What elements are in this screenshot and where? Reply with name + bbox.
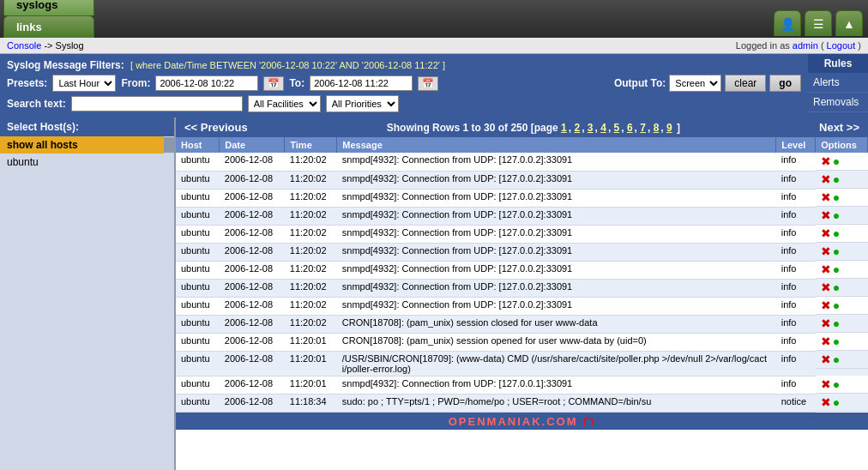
rules-item-removals[interactable]: Removals bbox=[808, 93, 868, 112]
delete-icon[interactable]: ✖ bbox=[821, 244, 831, 258]
page-link-1[interactable]: 1 bbox=[561, 122, 567, 134]
add-icon[interactable]: ● bbox=[833, 190, 840, 204]
admin-link[interactable]: admin bbox=[793, 40, 818, 51]
add-icon[interactable]: ● bbox=[833, 316, 840, 330]
presets-label: Presets: bbox=[7, 77, 47, 89]
breadcrumb-current: Syslog bbox=[56, 40, 84, 51]
cell-level: info bbox=[776, 297, 816, 315]
menu-icon[interactable]: ☰ bbox=[805, 10, 832, 36]
cell-message: snmpd[4932]: Connection from UDP: [127.0… bbox=[337, 189, 776, 207]
table-row: ubuntu2006-12-0811:20:02snmpd[4932]: Con… bbox=[176, 297, 868, 315]
cell-options: ✖● bbox=[816, 207, 868, 225]
add-icon[interactable]: ● bbox=[833, 280, 840, 294]
syslog-table: HostDateTimeMessageLevelOptions ubuntu20… bbox=[176, 137, 868, 413]
cell-time: 11:20:02 bbox=[285, 153, 337, 171]
page-link-4[interactable]: 4 bbox=[600, 122, 606, 134]
cell-host: ubuntu bbox=[176, 261, 220, 279]
delete-icon[interactable]: ✖ bbox=[821, 395, 831, 409]
page-link-5[interactable]: 5 bbox=[614, 122, 620, 134]
add-icon[interactable]: ● bbox=[833, 172, 840, 186]
table-row: ubuntu2006-12-0811:20:02snmpd[4932]: Con… bbox=[176, 153, 868, 171]
to-input[interactable] bbox=[310, 75, 413, 91]
add-icon[interactable]: ● bbox=[833, 154, 840, 168]
cell-host: ubuntu bbox=[176, 243, 220, 261]
delete-icon[interactable]: ✖ bbox=[821, 334, 831, 348]
go-button[interactable]: go bbox=[769, 75, 801, 92]
next-link[interactable]: Next >> bbox=[819, 121, 859, 134]
add-icon[interactable]: ● bbox=[833, 208, 840, 222]
cell-time: 11:20:02 bbox=[285, 171, 337, 189]
cell-message: snmpd[4932]: Connection from UDP: [127.0… bbox=[337, 207, 776, 225]
to-calendar-button[interactable]: 📅 bbox=[418, 76, 438, 91]
cell-level: info bbox=[776, 243, 816, 261]
filter-title: Syslog Message Filters: bbox=[7, 59, 124, 71]
delete-icon[interactable]: ✖ bbox=[821, 298, 831, 312]
cell-host: ubuntu bbox=[176, 297, 220, 315]
cell-message: snmpd[4932]: Connection from UDP: [127.0… bbox=[337, 376, 776, 394]
rules-item-alerts[interactable]: Alerts bbox=[808, 73, 868, 93]
col-header-message: Message bbox=[337, 137, 776, 153]
delete-icon[interactable]: ✖ bbox=[821, 208, 831, 222]
rules-panel: Rules AlertsRemovals bbox=[808, 54, 868, 118]
add-icon[interactable]: ● bbox=[833, 352, 840, 366]
col-header-level: Level bbox=[776, 137, 816, 153]
table-row: ubuntu2006-12-0811:20:02snmpd[4932]: Con… bbox=[176, 225, 868, 243]
page-link-6[interactable]: 6 bbox=[627, 122, 633, 134]
cell-level: notice bbox=[776, 394, 816, 412]
delete-icon[interactable]: ✖ bbox=[821, 377, 831, 391]
person-icon[interactable]: 👤 bbox=[774, 10, 801, 36]
host-item-show-all-hosts[interactable]: show all hosts bbox=[0, 136, 164, 154]
delete-icon[interactable]: ✖ bbox=[821, 262, 831, 276]
cell-level: info bbox=[776, 351, 816, 376]
col-header-host: Host bbox=[176, 137, 220, 153]
add-icon[interactable]: ● bbox=[833, 334, 840, 348]
logout-link[interactable]: Logout bbox=[827, 40, 856, 51]
presets-select[interactable]: Last Hour bbox=[52, 75, 116, 92]
cell-date: 2006-12-08 bbox=[220, 207, 285, 225]
delete-icon[interactable]: ✖ bbox=[821, 352, 831, 366]
page-link-8[interactable]: 8 bbox=[654, 122, 660, 134]
cell-date: 2006-12-08 bbox=[220, 153, 285, 171]
search-label: Search text: bbox=[7, 98, 66, 110]
cell-date: 2006-12-08 bbox=[220, 261, 285, 279]
add-icon[interactable]: ● bbox=[833, 244, 840, 258]
cell-time: 11:20:01 bbox=[285, 333, 337, 351]
table-row: ubuntu2006-12-0811:20:02snmpd[4932]: Con… bbox=[176, 207, 868, 225]
page-links: 1, 2, 3, 4, 5, 6, 7, 8, 9 bbox=[561, 122, 674, 134]
delete-icon[interactable]: ✖ bbox=[821, 154, 831, 168]
from-input[interactable] bbox=[155, 75, 258, 91]
page-link-2[interactable]: 2 bbox=[574, 122, 580, 134]
prev-link[interactable]: << Previous bbox=[184, 121, 248, 134]
search-input[interactable] bbox=[71, 96, 243, 111]
output-select[interactable]: Screen bbox=[669, 75, 721, 92]
cell-host: ubuntu bbox=[176, 189, 220, 207]
priorities-select[interactable]: All Priorities bbox=[326, 95, 399, 112]
nav-tab-links[interactable]: links bbox=[3, 15, 94, 38]
col-header-time: Time bbox=[285, 137, 337, 153]
col-header-date: Date bbox=[220, 137, 285, 153]
to-label: To: bbox=[289, 77, 304, 89]
host-item-ubuntu[interactable]: ubuntu bbox=[0, 154, 174, 171]
content-area: Select Host(s): show all hostsubuntu << … bbox=[0, 118, 868, 470]
page-link-3[interactable]: 3 bbox=[588, 122, 594, 134]
cell-time: 11:20:02 bbox=[285, 243, 337, 261]
add-icon[interactable]: ● bbox=[833, 298, 840, 312]
breadcrumb-home-link[interactable]: Console bbox=[7, 40, 41, 51]
clear-button[interactable]: clear bbox=[725, 75, 766, 92]
add-icon[interactable]: ● bbox=[833, 262, 840, 276]
delete-icon[interactable]: ✖ bbox=[821, 226, 831, 240]
expand-icon[interactable]: ▲ bbox=[835, 10, 863, 36]
cell-message: /USR/SBIN/CRON[18709]: (www-data) CMD (/… bbox=[337, 351, 776, 376]
delete-icon[interactable]: ✖ bbox=[821, 316, 831, 330]
delete-icon[interactable]: ✖ bbox=[821, 172, 831, 186]
delete-icon[interactable]: ✖ bbox=[821, 190, 831, 204]
add-icon[interactable]: ● bbox=[833, 226, 840, 240]
facilities-select[interactable]: All Facilities bbox=[248, 95, 321, 112]
page-link-7[interactable]: 7 bbox=[640, 122, 646, 134]
add-icon[interactable]: ● bbox=[833, 377, 840, 391]
page-link-9[interactable]: 9 bbox=[666, 122, 672, 134]
from-calendar-button[interactable]: 📅 bbox=[263, 76, 284, 91]
delete-icon[interactable]: ✖ bbox=[821, 280, 831, 294]
nav-tab-syslogs[interactable]: syslogs bbox=[3, 0, 94, 15]
add-icon[interactable]: ● bbox=[833, 395, 840, 409]
